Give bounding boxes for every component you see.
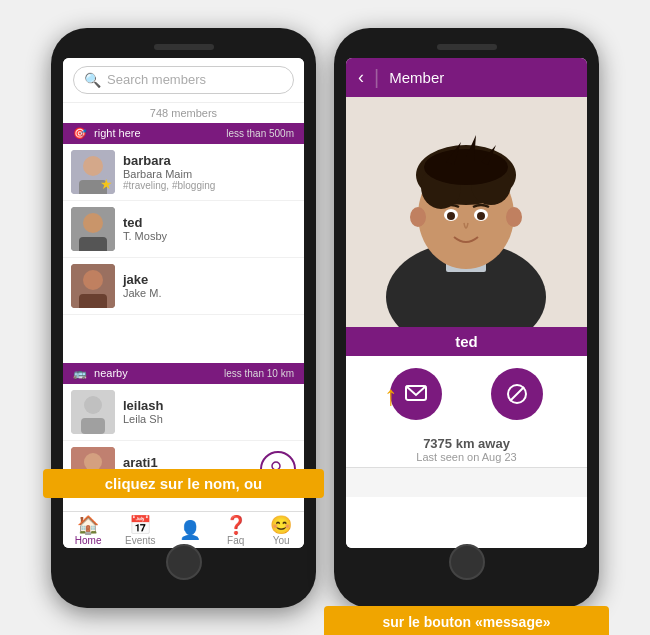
profile-stats: 7375 km away Last seen on Aug 23	[346, 432, 587, 467]
header-title: Member	[389, 69, 444, 86]
tooltip-left: cliquez sur le nom, ou	[63, 469, 304, 498]
nav-faq[interactable]: ❓ Faq	[225, 516, 247, 546]
profile-actions	[346, 356, 587, 432]
members-icon: 👤	[179, 521, 201, 539]
right-phone-bottom-bar	[346, 548, 587, 576]
right-phone-home-button[interactable]	[449, 544, 485, 580]
member-subname-barbara: Barbara Maim	[123, 168, 296, 180]
avatar-barbara: ★	[71, 150, 115, 194]
message-button[interactable]	[390, 368, 442, 420]
nav-you-label: You	[273, 535, 290, 546]
member-item-ted[interactable]: ted T. Mosby	[63, 201, 304, 258]
member-info-ted: ted T. Mosby	[123, 215, 296, 242]
right-phone: ‹ | Member	[334, 28, 599, 608]
member-tags-barbara: #traveling, #blogging	[123, 180, 296, 191]
member-info-barbara: barbara Barbara Maim #traveling, #bloggi…	[123, 153, 296, 191]
back-button[interactable]: ‹	[358, 67, 364, 88]
faq-icon: ❓	[225, 516, 247, 534]
right-bottom-strip	[346, 467, 587, 497]
ted-avatar-svg	[71, 207, 115, 251]
tooltip-right: sur le bouton «message»	[324, 606, 609, 636]
member-info-jake: jake Jake M.	[123, 272, 296, 299]
right-phone-screen: ‹ | Member	[346, 58, 587, 548]
leilash-avatar-svg	[71, 390, 115, 434]
svg-rect-11	[81, 418, 105, 434]
nav-members[interactable]: 👤	[179, 521, 201, 540]
member-subname-jake: Jake M.	[123, 287, 296, 299]
svg-point-13	[84, 453, 102, 471]
phone-home-button[interactable]	[166, 544, 202, 580]
header-separator: |	[374, 66, 379, 89]
svg-point-4	[83, 213, 103, 233]
message-icon	[404, 382, 428, 406]
nav-home[interactable]: 🏠 Home	[75, 516, 102, 546]
section-label-righthere: 🎯 right here	[73, 127, 141, 140]
right-phone-speaker	[437, 44, 497, 50]
member-subname-leilash: Leila Sh	[123, 413, 296, 425]
member-item-barbara[interactable]: ★ barbara Barbara Maim #traveling, #blog…	[63, 144, 304, 201]
svg-point-7	[83, 270, 103, 290]
stats-distance: 7375 km away	[350, 436, 583, 451]
nav-events-label: Events	[125, 535, 156, 546]
member-name-leilash: leilash	[123, 398, 296, 413]
block-icon	[505, 382, 529, 406]
member-name-ted: ted	[123, 215, 296, 230]
section-label-nearby: 🚌 nearby	[73, 367, 128, 380]
svg-point-31	[447, 212, 455, 220]
member-header: ‹ | Member	[346, 58, 587, 97]
block-button[interactable]	[491, 368, 543, 420]
svg-rect-8	[79, 294, 107, 308]
svg-point-10	[84, 396, 102, 414]
phone-speaker	[154, 44, 214, 50]
avatar-ted	[71, 207, 115, 251]
profile-name: ted	[455, 333, 478, 350]
stats-last-seen: Last seen on Aug 23	[350, 451, 583, 463]
member-info-leilash: leilash Leila Sh	[123, 398, 296, 425]
svg-point-25	[424, 149, 508, 185]
nav-home-label: Home	[75, 535, 102, 546]
star-badge-barbara: ★	[100, 176, 113, 192]
search-input-wrap[interactable]: 🔍 Search members	[73, 66, 294, 94]
bottom-nav: 🏠 Home 📅 Events 👤 ❓ Faq 😊 You	[63, 511, 304, 548]
home-icon: 🏠	[77, 516, 99, 534]
members-count: 748 members	[63, 103, 304, 123]
member-item-leilash[interactable]: leilash Leila Sh	[63, 384, 304, 441]
member-name-barbara: barbara	[123, 153, 296, 168]
avatar-jake	[71, 264, 115, 308]
section-distance-nearby: less than 10 km	[224, 368, 294, 379]
search-placeholder: Search members	[107, 72, 206, 87]
member-item-jake[interactable]: jake Jake M.	[63, 258, 304, 315]
nav-events[interactable]: 📅 Events	[125, 516, 156, 546]
events-icon: 📅	[129, 516, 151, 534]
member-name-arati: arati1	[123, 455, 252, 470]
nav-you[interactable]: 😊 You	[270, 516, 292, 546]
svg-rect-5	[79, 237, 107, 251]
search-icon: 🔍	[84, 72, 101, 88]
section-distance-righthere: less than 500m	[226, 128, 294, 139]
svg-point-32	[477, 212, 485, 220]
you-icon: 😊	[270, 516, 292, 534]
section-header-righthere: 🎯 right here less than 500m	[63, 123, 304, 144]
member-subname-ted: T. Mosby	[123, 230, 296, 242]
right-bottom-spacer	[346, 497, 587, 548]
ted-profile-svg	[346, 97, 587, 327]
left-phone: 🔍 Search members 748 members 🎯 right her…	[51, 28, 316, 608]
phone-bottom-bar	[63, 548, 304, 576]
jake-avatar-svg	[71, 264, 115, 308]
nav-faq-label: Faq	[227, 535, 244, 546]
member-name-jake: jake	[123, 272, 296, 287]
avatar-leilash	[71, 390, 115, 434]
profile-name-bar: ted	[346, 327, 587, 356]
svg-line-37	[510, 387, 524, 401]
search-bar: 🔍 Search members	[63, 58, 304, 103]
svg-point-33	[410, 207, 426, 227]
left-phone-screen: 🔍 Search members 748 members 🎯 right her…	[63, 58, 304, 548]
scene: 🔍 Search members 748 members 🎯 right her…	[51, 28, 599, 608]
section-header-nearby: 🚌 nearby less than 10 km	[63, 363, 304, 384]
arrow-to-message: ↑	[384, 380, 398, 412]
profile-photo	[346, 97, 587, 327]
svg-point-1	[83, 156, 103, 176]
svg-point-34	[506, 207, 522, 227]
